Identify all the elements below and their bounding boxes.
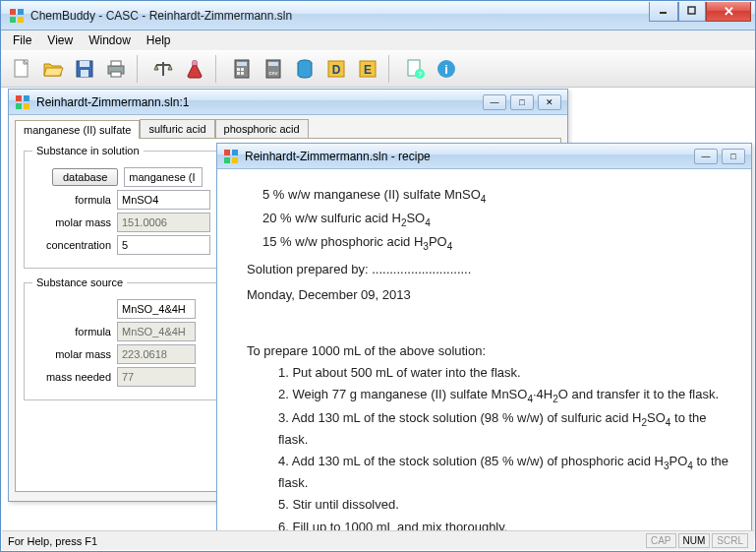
svg-rect-40 — [224, 150, 230, 155]
recipe-line: 15 % w/w phosphoric acid H3PO4 — [262, 232, 731, 254]
svg-rect-9 — [80, 61, 89, 67]
maximize-button[interactable] — [678, 2, 706, 22]
doc-win-icon — [223, 149, 239, 164]
instructions-header: To prepare 1000 mL of the above solution… — [247, 341, 731, 361]
svg-rect-18 — [237, 62, 247, 66]
formula-input[interactable] — [117, 190, 210, 210]
mass-needed-field — [117, 367, 196, 387]
minimize-button[interactable] — [649, 2, 678, 22]
balance-icon[interactable] — [148, 54, 178, 84]
child-max-button[interactable]: □ — [510, 94, 534, 110]
flask-icon[interactable] — [180, 54, 209, 84]
calc-icon[interactable] — [227, 54, 257, 84]
menu-view[interactable]: View — [39, 31, 81, 49]
svg-text:?: ? — [418, 71, 422, 78]
toolbar: csv D E ? i — [1, 50, 755, 88]
child-min-button[interactable]: — — [483, 94, 506, 110]
step: 3. Add 130 mL of the stock solution (98 … — [278, 408, 731, 450]
concentration-input[interactable] — [117, 235, 210, 255]
cap-indicator: CAP — [646, 533, 676, 548]
svg-rect-24 — [268, 62, 278, 66]
svg-rect-42 — [224, 157, 230, 163]
status-help: For Help, press F1 — [8, 535, 97, 547]
database-button[interactable]: database — [52, 168, 118, 186]
svg-rect-37 — [24, 95, 29, 101]
svg-rect-43 — [232, 157, 238, 163]
svg-rect-41 — [232, 150, 238, 155]
tab-sulfuric[interactable]: sulfuric acid — [140, 119, 214, 138]
child-close-button[interactable]: ✕ — [538, 94, 561, 110]
step: 1. Put about 500 mL of water into the fl… — [278, 363, 731, 383]
new-icon[interactable] — [7, 54, 36, 84]
svg-text:E: E — [364, 63, 372, 77]
prepared-by: Solution prepared by: ..................… — [247, 260, 731, 279]
open-icon[interactable] — [38, 54, 68, 84]
num-indicator: NUM — [678, 533, 711, 548]
tab-manganese[interactable]: manganese (II) sulfate — [15, 120, 140, 139]
recipe-line: 20 % w/w sulfuric acid H2SO4 — [262, 209, 731, 230]
recipe-body: 5 % w/w manganese (II) sulfate MnSO4 20 … — [217, 169, 751, 535]
svg-rect-38 — [16, 103, 22, 109]
db-icon[interactable] — [290, 54, 320, 84]
statusbar: For Help, press F1 CAP NUM SCRL — [2, 530, 754, 550]
svg-text:i: i — [444, 62, 448, 77]
source-formula-field — [117, 322, 196, 341]
svg-rect-16 — [193, 61, 197, 65]
svg-rect-3 — [18, 17, 24, 23]
substance-name-input[interactable] — [124, 167, 203, 187]
scrl-indicator: SCRL — [712, 533, 748, 548]
window-title: ChemBuddy - CASC - Reinhardt-Zimmermann.… — [30, 9, 649, 23]
save-icon[interactable] — [70, 54, 99, 84]
svg-rect-39 — [24, 103, 29, 109]
source-molar-field — [117, 344, 196, 364]
molar-mass-field — [117, 213, 210, 232]
svg-rect-19 — [237, 68, 240, 71]
step: 2. Weigh 77 g manganese (II) sulfate MnS… — [278, 385, 731, 406]
svg-rect-10 — [81, 70, 88, 77]
step: 4. Add 130 mL of the stock solution (85 … — [278, 452, 731, 493]
svg-rect-21 — [237, 72, 240, 75]
recipe-title: Reinhardt-Zimmermann.sln - recipe — [245, 150, 694, 163]
svg-rect-2 — [10, 17, 16, 23]
svg-text:D: D — [332, 63, 341, 77]
svg-text:csv: csv — [269, 70, 278, 76]
svg-rect-5 — [688, 7, 695, 14]
print-icon[interactable] — [101, 54, 131, 84]
menu-file[interactable]: File — [5, 31, 39, 49]
svg-rect-36 — [16, 95, 22, 101]
app-icon — [9, 8, 25, 24]
info-icon[interactable]: i — [432, 54, 461, 84]
menu-help[interactable]: Help — [139, 31, 179, 49]
menu-window[interactable]: Window — [81, 31, 139, 49]
d-icon[interactable]: D — [321, 54, 351, 84]
step: 5. Stir until dissolved. — [278, 495, 731, 515]
child-min-button[interactable]: — — [694, 149, 718, 164]
doc-icon[interactable]: ? — [400, 54, 430, 84]
tab-phosphoric[interactable]: phosphoric acid — [215, 119, 309, 138]
svg-rect-12 — [111, 61, 121, 66]
mdi-area: Reinhardt-Zimmermann.sln:1 — □ ✕ mangane… — [2, 89, 754, 529]
svg-rect-13 — [111, 72, 121, 77]
recipe-date: Monday, December 09, 2013 — [247, 285, 731, 305]
svg-rect-1 — [18, 9, 24, 15]
svg-rect-20 — [241, 68, 244, 71]
solution-title: Reinhardt-Zimmermann.sln:1 — [36, 95, 483, 109]
child-max-button[interactable]: □ — [722, 149, 745, 164]
svg-rect-0 — [10, 9, 16, 15]
close-button[interactable]: ✕ — [706, 2, 751, 22]
doc-win-icon — [15, 94, 30, 110]
source-name-input[interactable] — [117, 299, 196, 319]
svg-rect-22 — [241, 72, 244, 75]
recipe-window: Reinhardt-Zimmermann.sln - recipe — □ 5 … — [216, 143, 752, 536]
menubar: File View Window Help — [1, 31, 755, 50]
titlebar: ChemBuddy - CASC - Reinhardt-Zimmermann.… — [1, 1, 755, 31]
recipe-line: 5 % w/w manganese (II) sulfate MnSO4 — [262, 185, 731, 207]
csv-icon[interactable]: csv — [259, 54, 288, 84]
e-icon[interactable]: E — [353, 54, 382, 84]
